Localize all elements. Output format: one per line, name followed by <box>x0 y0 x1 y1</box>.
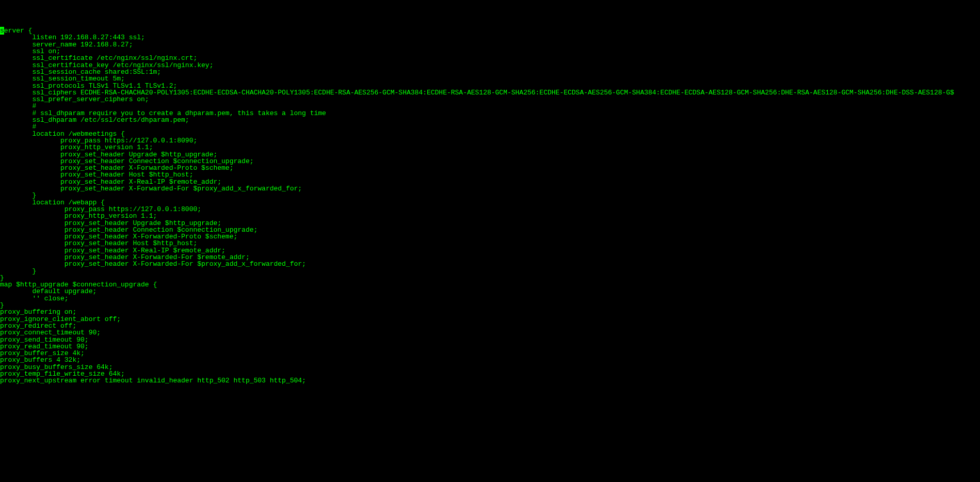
config-line: proxy_busy_buffers_size 64k; <box>0 364 980 371</box>
config-line: proxy_set_header Upgrade $http_upgrade; <box>0 151 980 158</box>
config-line: # <box>0 123 980 130</box>
config-line: proxy_read_timeout 90; <box>0 343 980 350</box>
config-line-0: server { <box>0 27 980 34</box>
config-line: proxy_connect_timeout 90; <box>0 329 980 336</box>
config-line: proxy_set_header X-Forwarded-For $remote… <box>0 254 980 261</box>
config-line: proxy_set_header Upgrade $http_upgrade; <box>0 220 980 227</box>
config-line: proxy_pass https://127.0.0.1:8000; <box>0 206 980 213</box>
config-line: proxy_set_header Connection $connection_… <box>0 227 980 233</box>
config-line: ssl on; <box>0 48 980 55</box>
terminal-editor[interactable]: server { listen 192.168.8.27:443 ssl; se… <box>0 27 980 482</box>
config-line: # ssl_dhparam require you to create a dh… <box>0 110 980 117</box>
config-line: proxy_http_version 1.1; <box>0 213 980 219</box>
config-line: ssl_protocols TLSv1 TLSv1.1 TLSv1.2; <box>0 83 980 89</box>
config-line: ssl_session_cache shared:SSL:1m; <box>0 69 980 75</box>
config-line: } <box>0 192 980 199</box>
config-line: ssl_ciphers ECDHE-RSA-CHACHA20-POLY1305:… <box>0 89 980 96</box>
config-line: default upgrade; <box>0 288 980 295</box>
config-line: proxy_next_upstream error timeout invali… <box>0 377 980 384</box>
config-line: } <box>0 268 980 275</box>
config-line: proxy_set_header X-Forwarded-For $proxy_… <box>0 185 980 192</box>
config-line: proxy_send_timeout 90; <box>0 336 980 343</box>
config-line: proxy_redirect off; <box>0 323 980 329</box>
config-line: ssl_session_timeout 5m; <box>0 75 980 82</box>
config-line: proxy_set_header X-Real-IP $remote_addr; <box>0 179 980 185</box>
config-line: proxy_set_header X-Real-IP $remote_addr; <box>0 247 980 254</box>
config-line: } <box>0 302 980 309</box>
config-line: ssl_certificate /etc/nginx/ssl/nginx.crt… <box>0 55 980 61</box>
config-line: proxy_http_version 1.1; <box>0 144 980 151</box>
config-line: proxy_set_header Host $http_host; <box>0 240 980 247</box>
config-line: proxy_ignore_client_abort off; <box>0 316 980 323</box>
config-line: location /webmeetings { <box>0 131 980 137</box>
config-line: proxy_buffer_size 4k; <box>0 350 980 357</box>
config-line: # <box>0 103 980 109</box>
config-line: ssl_certificate_key /etc/nginx/ssl/nginx… <box>0 62 980 69</box>
config-line: listen 192.168.8.27:443 ssl; <box>0 34 980 41</box>
config-line: location /webapp { <box>0 199 980 206</box>
config-line: ssl_dhparam /etc/ssl/certs/dhparam.pem; <box>0 117 980 123</box>
config-line: proxy_set_header X-Forwarded-Proto $sche… <box>0 233 980 240</box>
config-line: proxy_set_header X-Forwarded-Proto $sche… <box>0 165 980 171</box>
config-line: '' close; <box>0 295 980 302</box>
config-line: proxy_temp_file_write_size 64k; <box>0 371 980 377</box>
config-line: proxy_set_header Host $http_host; <box>0 171 980 178</box>
config-line: proxy_buffers 4 32k; <box>0 357 980 363</box>
config-line: proxy_buffering on; <box>0 309 980 315</box>
config-line: proxy_pass https://127.0.0.1:8090; <box>0 137 980 144</box>
config-line: server_name 192.168.8.27; <box>0 41 980 48</box>
config-line: } <box>0 275 980 281</box>
config-line: proxy_set_header Connection $connection_… <box>0 158 980 165</box>
config-line: map $http_upgrade $connection_upgrade { <box>0 281 980 288</box>
config-line: proxy_set_header X-Forwarded-For $proxy_… <box>0 261 980 267</box>
config-line: ssl_prefer_server_ciphers on; <box>0 96 980 103</box>
